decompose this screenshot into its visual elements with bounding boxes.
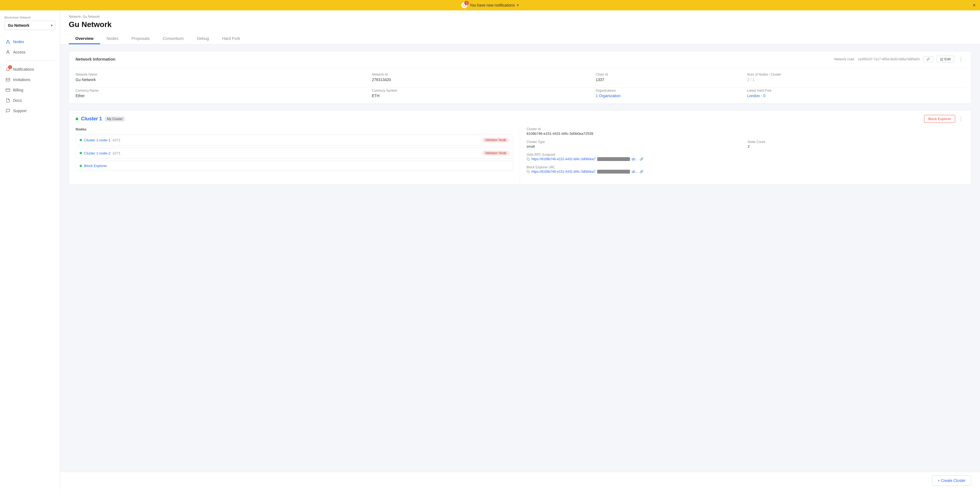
nodes-panel-label: Nodes xyxy=(76,127,513,131)
node-count-label: Node Count xyxy=(748,140,965,144)
copy-icon-block-explorer xyxy=(527,170,530,173)
access-icon xyxy=(5,50,10,54)
network-info-card-header: Network Information Network Uuid: ce3001… xyxy=(69,51,971,67)
notifications-badge: 3 xyxy=(8,65,12,69)
hard-fork-label: Latest Hard Fork xyxy=(747,89,965,92)
svg-line-4 xyxy=(8,41,9,43)
network-select-wrapper[interactable]: Gu Network xyxy=(4,21,56,30)
currency-symbol-field: Currency Symbol ETH xyxy=(372,89,589,98)
svg-rect-7 xyxy=(6,89,10,92)
tab-nodes[interactable]: Nodes xyxy=(100,33,125,44)
cluster-nodes-panel: Nodes Cluster 1-node-1 #271 Validator No… xyxy=(69,127,520,185)
tab-hard-fork[interactable]: Hard Fork xyxy=(216,33,247,44)
sidebar-item-billing-label: Billing xyxy=(13,88,23,92)
cluster-status-dot xyxy=(76,118,78,120)
node-count-field: Node Count 2 xyxy=(748,140,965,148)
content-area: Network Information Network Uuid: ce3001… xyxy=(60,45,980,489)
node-1-status-dot xyxy=(80,139,82,141)
network-uuid-label: Network Uuid: xyxy=(834,57,855,61)
sidebar-item-invitations-label: Invitations xyxy=(13,78,30,82)
sidebar-item-docs[interactable]: Docs xyxy=(0,95,60,106)
node-2-status-dot xyxy=(80,152,82,154)
num-nodes-field: Num of Nodes / Cluster 2 / 1 xyxy=(747,73,965,82)
copy-geth-rpc-button[interactable]: 🔗 xyxy=(640,157,644,161)
cluster-my-cluster-badge: My Cluster xyxy=(105,116,125,121)
sidebar-item-access-label: Access xyxy=(13,50,25,54)
create-cluster-button[interactable]: + Create Cluster xyxy=(932,475,971,486)
network-info-more-button[interactable]: ⋮ xyxy=(957,56,964,62)
tabs: Overview Nodes Proposals Consortium Debu… xyxy=(69,33,971,44)
currency-name-field: Currency Name Ether xyxy=(76,89,365,98)
num-nodes-label: Num of Nodes / Cluster xyxy=(747,73,965,76)
tab-proposals[interactable]: Proposals xyxy=(125,33,156,44)
svg-point-5 xyxy=(7,51,8,52)
organizations-value[interactable]: 1 Organization xyxy=(596,94,741,98)
notification-content: 3 You have new notifications ▾ xyxy=(461,2,519,8)
sidebar-item-access[interactable]: Access xyxy=(0,47,60,57)
nodes-icon xyxy=(5,39,10,44)
sidebar-network-section: Blockchain Network Gu Network xyxy=(0,16,60,34)
cluster-type-label: Cluster Type xyxy=(527,140,743,144)
mail-icon xyxy=(5,77,10,82)
hard-fork-value[interactable]: London - 0 xyxy=(747,94,965,98)
node-2-validator-badge: Validator Node xyxy=(482,151,509,156)
node-2-name[interactable]: Cluster 1-node-2 xyxy=(84,151,110,155)
network-info-title: Network Information xyxy=(76,57,115,61)
edit-network-button[interactable]: Edit xyxy=(937,56,954,62)
cluster-id-value: 8108b746-e151-4431-bf4c-3d0b0ea72539 xyxy=(527,132,964,135)
cluster-more-button[interactable]: ⋮ xyxy=(957,116,964,122)
svg-line-3 xyxy=(6,41,8,43)
sidebar-navigation: Nodes Access xyxy=(0,34,60,118)
geth-rpc-row: Geth RPC Endpoint https://8108b746-e151-… xyxy=(527,153,964,161)
currency-symbol-value: ETH xyxy=(372,94,589,98)
block-explorer-button[interactable]: Block Explorer xyxy=(924,115,955,123)
block-explorer-item-label: Block Explorer xyxy=(84,164,107,168)
notification-close-button[interactable]: × xyxy=(973,2,976,8)
node-1-name[interactable]: Cluster 1-node-1 xyxy=(84,138,110,142)
cluster-type-count-grid: Cluster Type small Node Count 2 xyxy=(527,140,964,148)
sidebar-item-nodes[interactable]: Nodes xyxy=(0,37,60,47)
currency-name-label: Currency Name xyxy=(76,89,365,92)
geth-rpc-redacted xyxy=(597,157,630,161)
tab-debug[interactable]: Debug xyxy=(190,33,215,44)
sidebar-item-invitations[interactable]: Invitations xyxy=(0,75,60,85)
sidebar-item-billing[interactable]: Billing xyxy=(0,85,60,95)
cluster-title-area: Cluster 1 My Cluster xyxy=(76,116,125,122)
sidebar-item-support[interactable]: Support xyxy=(0,106,60,116)
sidebar-divider xyxy=(4,61,56,61)
copy-uuid-button[interactable] xyxy=(923,56,933,62)
chain-id-field: Chain Id 1337 xyxy=(596,73,741,82)
cluster-actions: Block Explorer ⋮ xyxy=(924,115,964,123)
network-info-header-right: Network Uuid: ce300107-7a17-465d-9a30-0d… xyxy=(834,56,964,62)
geth-rpc-endpoint-row: https://8108b746-e151-4431-bf4c-3d0b0ea7… xyxy=(527,157,964,161)
copy-block-explorer-url-button[interactable]: 🔗 xyxy=(640,170,644,174)
currency-name-value: Ether xyxy=(76,94,365,98)
block-explorer-list-item[interactable]: Block Explorer xyxy=(76,161,513,171)
main-header: Network: Gu Network Gu Network Overview … xyxy=(60,10,980,45)
page-title: Gu Network xyxy=(69,20,971,29)
currency-symbol-label: Currency Symbol xyxy=(372,89,589,92)
sidebar: Blockchain Network Gu Network Nodes xyxy=(0,10,60,489)
network-info-card: Network Information Network Uuid: ce3001… xyxy=(69,51,971,104)
main-content: Network: Gu Network Gu Network Overview … xyxy=(60,10,980,489)
tab-consortium[interactable]: Consortium xyxy=(156,33,191,44)
node-count-value: 2 xyxy=(748,144,965,148)
geth-rpc-suffix: qb... xyxy=(632,157,638,161)
tab-overview[interactable]: Overview xyxy=(69,33,100,44)
node-1-validator-badge: Validator Node xyxy=(482,137,509,142)
network-info-card-body: Network Name Gu Network Network Id 27631… xyxy=(69,67,971,104)
notification-icon: 3 xyxy=(461,2,467,8)
svg-point-1 xyxy=(6,43,7,43)
chain-id-value: 1337 xyxy=(596,78,741,82)
sidebar-item-notifications[interactable]: 3 Notifications xyxy=(0,64,60,75)
network-name-value: Gu Network xyxy=(76,78,365,82)
sidebar-item-docs-label: Docs xyxy=(13,98,22,103)
node-item-1: Cluster 1-node-1 #271 Validator Node xyxy=(76,135,513,145)
chat-icon xyxy=(5,108,10,113)
network-name-label: Network Name xyxy=(76,73,365,76)
sidebar-item-support-label: Support xyxy=(13,108,27,113)
doc-icon xyxy=(5,98,10,103)
svg-rect-9 xyxy=(528,159,530,161)
chevron-down-icon[interactable]: ▾ xyxy=(517,3,519,7)
network-select[interactable]: Gu Network xyxy=(4,21,56,30)
